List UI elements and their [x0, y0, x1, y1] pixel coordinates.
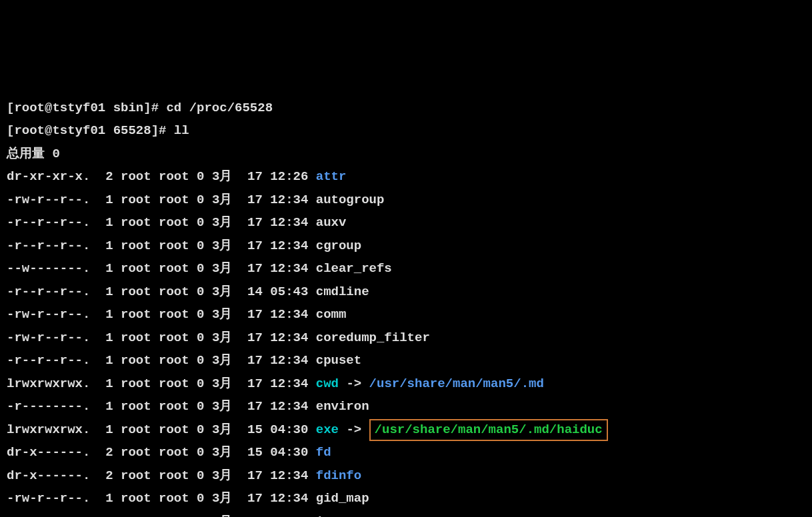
time: 12:34: [270, 307, 308, 322]
size: 0: [197, 491, 204, 506]
day: 15: [247, 422, 263, 437]
group: root: [159, 307, 189, 322]
month: 3月: [212, 284, 232, 299]
day: 17: [247, 261, 263, 276]
day: 17: [247, 169, 263, 184]
permissions: -rw-r--r--.: [7, 193, 98, 207]
listing-row: --w-------. 1 root root 0 3月 17 12:34 cl…: [7, 257, 805, 280]
group: root: [159, 376, 189, 391]
dir-name: fdinfo: [316, 468, 361, 483]
listing-row: -r--r--r--. 1 root root 0 3月 17 12:34 cg…: [7, 235, 805, 258]
group: root: [159, 284, 189, 299]
month: 3月: [212, 399, 232, 414]
links: 1: [98, 239, 113, 253]
prompt-line: [root@tstyf01 65528]# ll: [7, 119, 805, 143]
time: 12:34: [270, 239, 308, 253]
permissions: -rw-r--r--.: [7, 491, 98, 506]
owner: root: [121, 193, 151, 207]
permissions: -r--------.: [7, 399, 98, 414]
file-name: gid_map: [316, 491, 369, 506]
owner: root: [121, 422, 151, 437]
listing-row: -r--------. 1 root root 0 3月 17 12:34 io: [7, 510, 805, 517]
highlighted-path: /usr/share/man/man5/.md/haiduc: [369, 419, 608, 441]
group: root: [159, 330, 189, 345]
link-target: /usr/share/man/man5/.md: [369, 376, 544, 391]
command: ll: [174, 123, 189, 138]
links: 1: [98, 261, 113, 276]
owner: root: [121, 376, 151, 391]
month: 3月: [212, 307, 232, 322]
size: 0: [197, 169, 204, 184]
file-name: autogroup: [316, 193, 385, 207]
size: 0: [197, 193, 204, 207]
month: 3月: [212, 261, 232, 276]
links: 1: [98, 330, 113, 345]
owner: root: [121, 399, 151, 414]
owner: root: [121, 169, 151, 184]
prompt: [root@tstyf01 sbin]#: [7, 101, 166, 115]
dir-name: attr: [316, 169, 347, 184]
link-arrow: ->: [346, 422, 361, 437]
permissions: dr-x------.: [7, 445, 98, 460]
dir-name: fd: [316, 445, 331, 460]
day: 17: [247, 376, 263, 391]
permissions: -rw-r--r--.: [7, 307, 98, 322]
size: 0: [197, 445, 204, 460]
permissions: lrwxrwxrwx.: [7, 422, 98, 437]
permissions: -r--r--r--.: [7, 239, 98, 253]
file-name: environ: [316, 399, 369, 414]
total-line: 总用量 0: [7, 143, 805, 166]
owner: root: [121, 215, 151, 230]
terminal-output[interactable]: [root@tstyf01 sbin]# cd /proc/65528[root…: [7, 97, 805, 517]
time: 12:34: [270, 399, 308, 414]
month: 3月: [212, 491, 232, 506]
time: 05:43: [270, 284, 308, 299]
size: 0: [197, 353, 204, 368]
permissions: dr-xr-xr-x.: [7, 169, 98, 184]
links: 1: [98, 422, 113, 437]
permissions: -rw-r--r--.: [7, 330, 98, 345]
links: 1: [98, 491, 113, 506]
file-name: cmdline: [316, 284, 369, 299]
time: 04:30: [270, 445, 308, 460]
links: 2: [98, 169, 113, 184]
links: 1: [98, 376, 113, 391]
owner: root: [121, 284, 151, 299]
listing-row: -rw-r--r--. 1 root root 0 3月 17 12:34 co…: [7, 303, 805, 326]
month: 3月: [212, 215, 232, 230]
owner: root: [121, 514, 151, 517]
group: root: [159, 445, 189, 460]
owner: root: [121, 353, 151, 368]
month: 3月: [212, 468, 232, 483]
file-name: auxv: [316, 215, 347, 230]
month: 3月: [212, 422, 232, 437]
owner: root: [121, 261, 151, 276]
size: 0: [197, 330, 204, 345]
group: root: [159, 514, 189, 517]
permissions: dr-x------.: [7, 468, 98, 483]
listing-row: dr-x------. 2 root root 0 3月 15 04:30 fd: [7, 441, 805, 464]
time: 12:34: [270, 514, 308, 517]
size: 0: [197, 376, 204, 391]
time: 12:34: [270, 376, 308, 391]
time: 04:30: [270, 422, 308, 437]
size: 0: [197, 284, 204, 299]
prompt: [root@tstyf01 65528]#: [7, 123, 174, 138]
listing-row: -r--r--r--. 1 root root 0 3月 14 05:43 cm…: [7, 280, 805, 304]
permissions: -r--------.: [7, 514, 98, 517]
day: 17: [247, 399, 263, 414]
day: 17: [247, 215, 263, 230]
permissions: lrwxrwxrwx.: [7, 376, 98, 391]
file-name: comm: [316, 307, 347, 322]
group: root: [159, 193, 189, 207]
prompt-line: [root@tstyf01 sbin]# cd /proc/65528: [7, 97, 805, 120]
listing-row: -rw-r--r--. 1 root root 0 3月 17 12:34 co…: [7, 326, 805, 350]
group: root: [159, 261, 189, 276]
owner: root: [121, 239, 151, 253]
listing-row: -r--r--r--. 1 root root 0 3月 17 12:34 au…: [7, 211, 805, 235]
time: 12:34: [270, 491, 308, 506]
owner: root: [121, 468, 151, 483]
time: 12:34: [270, 193, 308, 207]
links: 1: [98, 514, 113, 517]
links: 1: [98, 307, 113, 322]
